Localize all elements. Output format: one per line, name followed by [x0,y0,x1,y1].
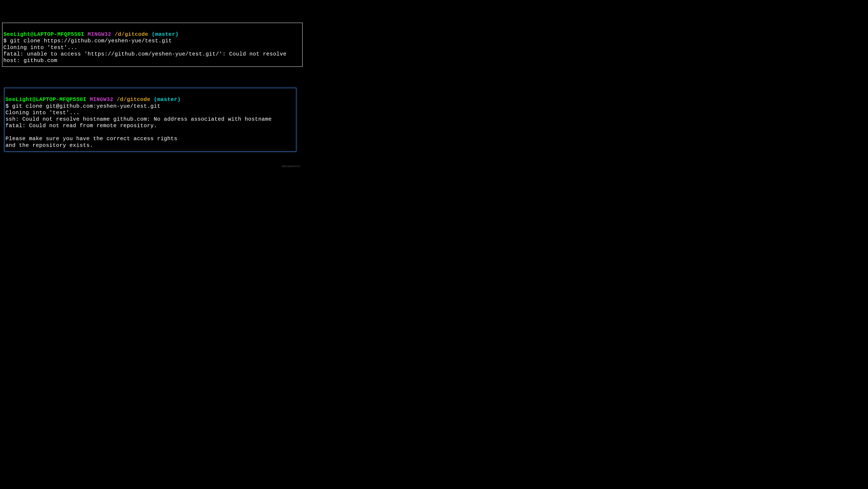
output-line: fatal: unable to access 'https://github.… [3,51,290,64]
prompt-branch: (master) [154,96,181,103]
output-line: and the repository exists. [5,142,93,148]
prompt-path: /d/gitcode [115,31,148,37]
output-line: Cloning into 'test'... [5,110,80,116]
terminal-block-https: SeeLight@LAPTOP-MFQP5S0I MINGW32 /d/gitc… [2,23,303,67]
output-line: Please make sure you have the correct ac… [5,136,177,142]
command-line: $ git clone git@github.com:yeshen-yue/te… [5,103,160,109]
watermark-text: @稀土掘金技术社区 [282,165,301,168]
prompt-branch: (master) [152,31,179,37]
prompt-env: MINGW32 [88,31,111,37]
prompt-userhost: SeeLight@LAPTOP-MFQP5S0I [3,31,84,37]
prompt-userhost: SeeLight@LAPTOP-MFQP5S0I [5,96,86,103]
output-line: Cloning into 'test'... [3,45,78,51]
prompt-env: MINGW32 [90,96,114,103]
output-line: ssh: Could not resolve hostname github.c… [5,116,272,122]
command-line: $ git clone https://github.com/yeshen-yu… [3,38,172,44]
prompt-path: /d/gitcode [117,96,150,103]
output-line: fatal: Could not read from remote reposi… [5,122,157,129]
terminal-block-ssh: SeeLight@LAPTOP-MFQP5S0I MINGW32 /d/gitc… [4,88,297,152]
